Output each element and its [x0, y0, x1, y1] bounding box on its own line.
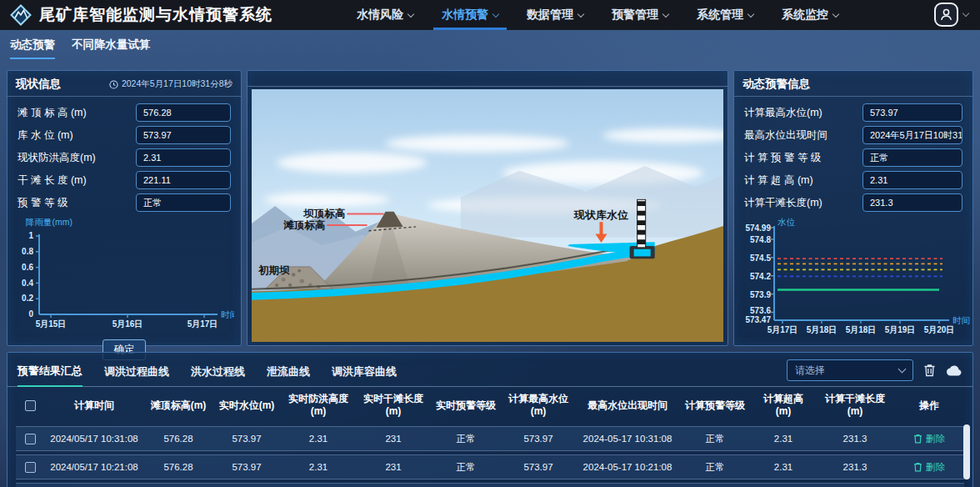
svg-text:0.6: 0.6: [22, 263, 33, 272]
chevron-down-icon: [832, 10, 839, 17]
user-avatar[interactable]: [934, 3, 958, 27]
brand: 尾矿库智能监测与水情预警系统: [10, 0, 272, 30]
results-panel: 预警结果汇总 调洪过程曲线 洪水过程线 泄流曲线 调洪库容曲线 请选择: [7, 352, 973, 487]
water-level-chart: 水位 574.99 574.8 574.5 574.2 573.9 573.6 …: [738, 216, 969, 349]
svg-text:时间: 时间: [221, 309, 234, 319]
nav-item-warning-mgmt[interactable]: 预警管理: [612, 0, 668, 30]
field-calc-dry-beach: 计算干滩长度(m) 231.3: [744, 193, 962, 212]
svg-text:0: 0: [28, 309, 33, 319]
nav-item-data-mgmt[interactable]: 数据管理: [527, 0, 583, 30]
tab-warning-summary[interactable]: 预警结果汇总: [18, 364, 82, 387]
trash-icon: [913, 462, 922, 472]
svg-text:573.9: 573.9: [750, 290, 771, 299]
svg-text:5月16日: 5月16日: [112, 319, 143, 329]
row-checkbox[interactable]: [25, 434, 36, 444]
diagram-header-strip: [248, 71, 728, 87]
field-warning-level: 预 警 等 级 正常: [18, 193, 231, 212]
subtab-rainfall-trial[interactable]: 不同降水量试算: [72, 38, 151, 59]
svg-text:5月18日: 5月18日: [846, 325, 877, 334]
result-filter-select[interactable]: 请选择: [787, 359, 913, 381]
chevron-down-icon: [578, 10, 584, 17]
trash-icon: [923, 364, 936, 377]
field-flood-height: 现状防洪高度(m) 2.31: [18, 148, 231, 167]
svg-text:5月17日: 5月17日: [188, 319, 218, 329]
svg-text:0.2: 0.2: [22, 294, 33, 303]
tab-flood-process-curve[interactable]: 洪水过程线: [191, 364, 245, 386]
warning-level-input[interactable]: 正常: [136, 193, 231, 212]
svg-text:574.99: 574.99: [745, 223, 771, 233]
field-calc-warning-level: 计 算 预 警 等 级 正常: [744, 148, 962, 167]
svg-text:573.47: 573.47: [745, 315, 771, 324]
chevron-down-icon: [662, 10, 669, 17]
select-all-checkbox[interactable]: [25, 400, 36, 411]
current-status-timestamp: 2024年5月17日10时31分8秒: [109, 78, 232, 90]
reservoir-level-input[interactable]: 573.97: [136, 126, 231, 144]
svg-text:574.8: 574.8: [750, 235, 771, 244]
svg-text:573.6: 573.6: [750, 306, 771, 315]
table-header-row: 计算时间 滩顶标高(m) 实时水位(m) 实时防洪高度(m) 实时干滩长度(m)…: [16, 387, 964, 423]
dam-cross-section-diagram: 坝顶标高 滩顶标高 初期坝 现状库水位: [252, 89, 723, 342]
svg-text:0.8: 0.8: [22, 247, 33, 256]
nav-item-water-risk[interactable]: 水情风险: [357, 0, 413, 30]
app-title: 尾矿库智能监测与水情预警系统: [39, 4, 272, 26]
subtab-dynamic-warning[interactable]: 动态预警: [10, 38, 55, 59]
nav-item-system-monitor[interactable]: 系统监控: [782, 0, 838, 30]
logo-icon: [10, 4, 32, 26]
svg-text:5月15日: 5月15日: [36, 319, 67, 329]
beach-top-label: 滩顶标高: [283, 219, 325, 231]
dam-diagram-panel: 坝顶标高 滩顶标高 初期坝 现状库水位: [247, 70, 728, 346]
delete-row-button[interactable]: 删除: [894, 433, 964, 445]
calc-warning-level-input[interactable]: 正常: [862, 148, 962, 167]
beach-top-elevation-input[interactable]: 576.28: [136, 103, 231, 122]
field-calc-freeboard: 计 算 超 高 (m) 2.31: [744, 171, 962, 189]
svg-text:0.4: 0.4: [22, 279, 33, 288]
calc-max-level-input[interactable]: 573.97: [862, 103, 962, 122]
dry-beach-length-input[interactable]: 221.11: [136, 171, 231, 189]
trash-icon: [913, 434, 922, 444]
row-checkbox[interactable]: [25, 462, 36, 473]
svg-text:1: 1: [28, 231, 33, 240]
chevron-down-icon: [492, 10, 499, 17]
field-dry-beach-length: 干 滩 长 度 (m) 221.11: [18, 171, 231, 189]
dynamic-warning-title: 动态预警信息: [742, 77, 810, 92]
dynamic-warning-panel: 动态预警信息 计算最高水位(m) 573.97 最高水位出现时间 2024年5月…: [733, 70, 973, 346]
top-navbar: 尾矿库智能监测与水情预警系统 水情风险 水情预警 数据管理 预警管理 系统管理 …: [0, 0, 980, 30]
initial-dam-label: 初期坝: [258, 265, 290, 277]
rainfall-chart: 降雨量(mm) 1 0.8 0.6 0.4 0.2 0 5月15日 5月16日 …: [11, 216, 238, 336]
calc-dry-beach-input[interactable]: 231.3: [862, 193, 962, 212]
tab-discharge-curve[interactable]: 泄流曲线: [267, 364, 310, 386]
nav-item-system-mgmt[interactable]: 系统管理: [697, 0, 753, 30]
sub-tabs: 动态预警 不同降水量试算: [10, 38, 151, 59]
delete-selected-button[interactable]: [923, 364, 936, 377]
svg-text:5月19日: 5月19日: [885, 325, 916, 334]
svg-text:5月20日: 5月20日: [924, 325, 955, 334]
table-scrollbar[interactable]: [963, 424, 970, 479]
nav-item-water-warning[interactable]: 水情预警: [442, 0, 498, 30]
results-tabs: 预警结果汇总 调洪过程曲线 洪水过程线 泄流曲线 调洪库容曲线 请选择: [8, 353, 972, 387]
user-icon: [939, 8, 953, 22]
cloud-icon: [946, 364, 962, 377]
clock-icon: [109, 80, 118, 89]
app-root: { "header": { "title": "尾矿库智能监测与水情预警系统",…: [0, 0, 980, 487]
current-status-title: 现状信息: [16, 77, 61, 92]
dam-crest-label: 坝顶标高: [302, 208, 345, 220]
max-level-time-input[interactable]: 2024年5月17日10时31:: [862, 126, 962, 144]
export-button[interactable]: [946, 364, 962, 377]
chevron-down-icon[interactable]: [962, 10, 969, 17]
current-status-panel: 现状信息 2024年5月17日10时31分8秒 滩 顶 标 高 (m) 576.…: [7, 70, 242, 346]
svg-text:5月18日: 5月18日: [807, 325, 838, 334]
tab-storage-capacity-curve[interactable]: 调洪库容曲线: [332, 364, 397, 386]
chevron-down-icon: [748, 10, 754, 17]
svg-text:5月17日: 5月17日: [768, 325, 798, 334]
calc-freeboard-input[interactable]: 2.31: [862, 171, 962, 189]
current-level-label: 现状库水位: [573, 209, 628, 222]
field-reservoir-level: 库 水 位 (m) 573.97: [18, 126, 231, 144]
delete-row-button[interactable]: 删除: [894, 461, 964, 474]
table-row: 2024/05/17 10:31:08 576.28 573.97 2.31 2…: [16, 426, 964, 451]
tab-flood-routing-curve[interactable]: 调洪过程曲线: [104, 364, 169, 386]
measuring-staff: [638, 199, 646, 248]
svg-text:降雨量(mm): 降雨量(mm): [26, 217, 72, 227]
svg-text:时间: 时间: [952, 315, 970, 325]
flood-height-input[interactable]: 2.31: [136, 148, 231, 167]
field-beach-top-elevation: 滩 顶 标 高 (m) 576.28: [18, 103, 231, 122]
